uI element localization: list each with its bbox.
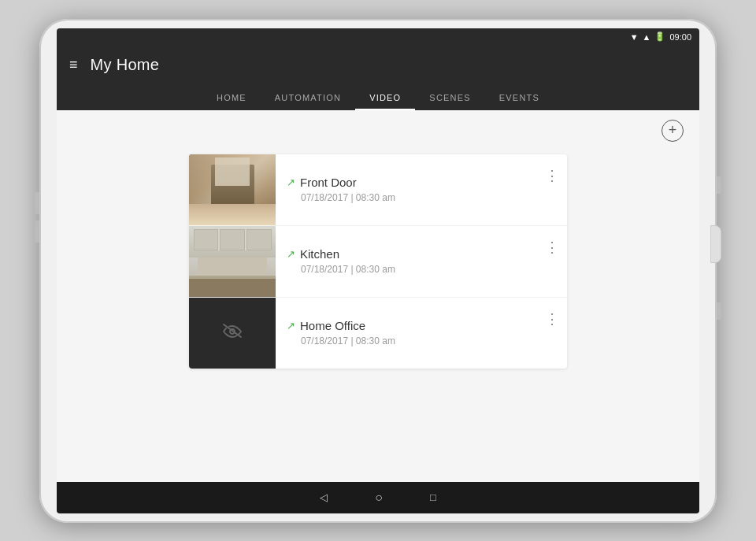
camera-date-front-door: 07/18/2017 | 08:30 am: [301, 192, 526, 203]
tab-scenes[interactable]: SCENES: [415, 85, 484, 110]
camera-date-home-office: 07/18/2017 | 08:30 am: [301, 335, 526, 346]
headphone-port: [717, 176, 721, 194]
signal-indicator-kitchen: ↗: [287, 248, 295, 260]
power-button[interactable]: [710, 225, 721, 263]
content-area: + ↗ Front Door 07/: [57, 110, 699, 482]
signal-indicator-front-door: ↗: [287, 176, 295, 188]
tablet-device: SAMSUNG ▼ ▲ 🔋 09:00 ≡ My Home HOME AUTOM…: [39, 19, 717, 523]
camera-list: ↗ Front Door 07/18/2017 | 08:30 am ⋮: [189, 154, 567, 369]
battery-icon: 🔋: [654, 31, 665, 42]
more-button-front-door[interactable]: ⋮: [537, 161, 567, 191]
camera-name-home-office: Home Office: [300, 319, 365, 332]
right-side-button: [717, 302, 721, 320]
camera-date-kitchen: 07/18/2017 | 08:30 am: [301, 264, 526, 275]
tab-video[interactable]: VIDEO: [355, 85, 415, 110]
screen: ▼ ▲ 🔋 09:00 ≡ My Home HOME AUTOMATION VI…: [57, 28, 699, 513]
status-icons: ▼ ▲ 🔋 09:00: [630, 31, 691, 42]
signal-indicator-home-office: ↗: [287, 320, 295, 332]
app-title: My Home: [91, 56, 160, 74]
nav-recent-button[interactable]: [430, 491, 436, 503]
camera-info-home-office: ↗ Home Office 07/18/2017 | 08:30 am: [276, 309, 537, 356]
wifi-icon: ▼: [630, 32, 639, 42]
more-button-home-office[interactable]: ⋮: [537, 304, 567, 334]
hamburger-icon[interactable]: ≡: [69, 57, 78, 73]
nav-back-button[interactable]: [320, 491, 328, 503]
right-buttons: [710, 176, 721, 320]
camera-name-kitchen: Kitchen: [300, 247, 339, 261]
camera-thumbnail-home-office: [189, 298, 276, 369]
add-camera-button[interactable]: +: [662, 120, 684, 142]
signal-icon: ▲: [643, 32, 651, 42]
camera-info-front-door: ↗ Front Door 07/18/2017 | 08:30 am: [276, 166, 537, 213]
camera-thumbnail-front-door: [189, 154, 276, 225]
bottom-nav: [57, 482, 699, 513]
camera-name-row-kitchen: ↗ Kitchen: [287, 247, 526, 261]
status-bar: ▼ ▲ 🔋 09:00: [57, 28, 699, 46]
camera-thumbnail-kitchen: [189, 226, 276, 297]
camera-item-home-office[interactable]: ↗ Home Office 07/18/2017 | 08:30 am ⋮: [189, 298, 567, 369]
tab-events[interactable]: EVENTS: [485, 85, 554, 110]
camera-name-front-door: Front Door: [300, 176, 357, 189]
camera-name-row: ↗ Front Door: [287, 176, 526, 189]
volume-buttons: [35, 192, 39, 243]
camera-item-kitchen[interactable]: ↗ Kitchen 07/18/2017 | 08:30 am ⋮: [189, 226, 567, 298]
nav-home-button[interactable]: [375, 491, 383, 505]
nav-tabs: HOME AUTOMATION VIDEO SCENES EVENTS: [57, 85, 699, 110]
more-button-kitchen[interactable]: ⋮: [537, 232, 567, 262]
camera-name-row-home-office: ↗ Home Office: [287, 319, 526, 332]
volume-up-button[interactable]: [35, 192, 39, 214]
tab-home[interactable]: HOME: [202, 85, 261, 110]
app-header: ≡ My Home: [57, 46, 699, 85]
status-time: 09:00: [669, 32, 691, 42]
volume-down-button[interactable]: [35, 220, 39, 243]
tab-automation[interactable]: AUTOMATION: [261, 85, 355, 110]
camera-item-front-door[interactable]: ↗ Front Door 07/18/2017 | 08:30 am ⋮: [189, 154, 567, 226]
camera-offline-icon: [222, 323, 243, 343]
camera-info-kitchen: ↗ Kitchen 07/18/2017 | 08:30 am: [276, 238, 537, 284]
